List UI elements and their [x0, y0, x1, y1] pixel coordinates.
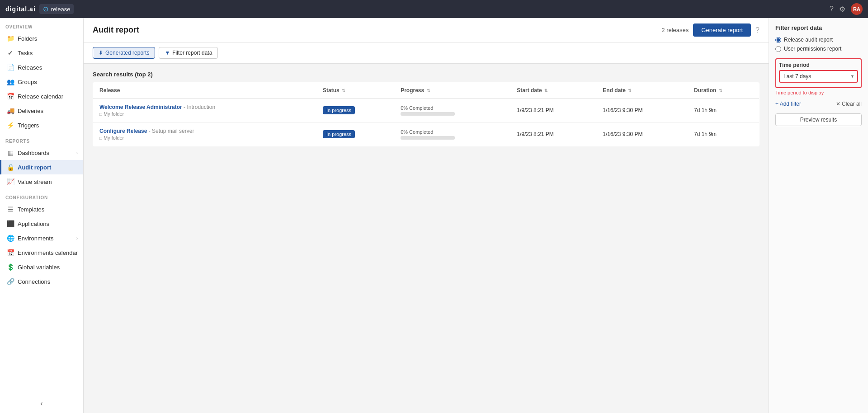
cell-release-name: Welcome Release Administrator - Introduc…	[93, 99, 317, 122]
page-help-icon[interactable]: ?	[755, 26, 760, 34]
folder-icon: □	[99, 136, 102, 141]
sidebar-item-release-calendar[interactable]: 📅 Release calendar	[0, 89, 83, 103]
sidebar-item-triggers[interactable]: ⚡ Triggers	[0, 118, 83, 132]
sidebar-item-label: Release calendar	[18, 93, 63, 100]
time-period-select-wrapper: Last 7 days Last 30 days Last 90 days Cu…	[779, 70, 858, 83]
sidebar-item-label: Environments	[18, 235, 53, 242]
radio-release-audit-label: Release audit report	[784, 37, 833, 43]
avatar[interactable]: RA	[851, 3, 863, 15]
add-filter-button[interactable]: + Add filter	[775, 101, 801, 107]
global-vars-icon: 💲	[7, 263, 14, 271]
radio-release-audit[interactable]: Release audit report	[775, 37, 862, 43]
brand-logo: digital.ai	[5, 5, 36, 13]
cell-progress: 0% Completed	[394, 122, 510, 146]
brand-area: digital.ai ⊙ release	[5, 4, 74, 14]
sidebar-item-tasks[interactable]: ✔ Tasks	[0, 46, 83, 60]
sidebar: OVERVIEW 📁 Folders ✔ Tasks 📄 Releases 👥 …	[0, 18, 84, 413]
sidebar-item-audit-report[interactable]: 🔒 Audit report	[0, 160, 83, 174]
sidebar-item-dashboards[interactable]: ▦ Dashboards ›	[0, 145, 83, 160]
search-results-label: Search results (top 2)	[93, 71, 760, 78]
dashboards-icon: ▦	[7, 149, 14, 156]
release-badge: ⊙ release	[39, 4, 74, 14]
filter-report-label: Filter report data	[172, 50, 212, 56]
sidebar-item-templates[interactable]: ☰ Templates	[0, 202, 83, 216]
col-end-date[interactable]: End date ⇅	[596, 83, 688, 99]
page-title: Audit report	[93, 25, 139, 35]
radio-user-permissions-input[interactable]	[775, 46, 781, 52]
radio-release-audit-input[interactable]	[775, 37, 781, 43]
col-release: Release	[93, 83, 317, 99]
sidebar-item-connections[interactable]: 🔗 Connections	[0, 274, 83, 289]
sidebar-collapse-btn[interactable]: ‹	[0, 398, 83, 409]
folder-label: □My folder	[99, 135, 310, 141]
col-status[interactable]: Status ⇅	[316, 83, 394, 99]
triggers-icon: ⚡	[7, 122, 14, 129]
deliveries-icon: 🚚	[7, 107, 14, 114]
sort-icon: ⇅	[427, 89, 430, 93]
cell-status: In progress	[316, 122, 394, 146]
sidebar-item-deliveries[interactable]: 🚚 Deliveries	[0, 103, 83, 118]
sidebar-item-value-stream[interactable]: 📈 Value stream	[0, 174, 83, 189]
sidebar-item-folders[interactable]: 📁 Folders	[0, 31, 83, 46]
time-period-box: Time period Last 7 days Last 30 days Las…	[775, 58, 862, 88]
page-header: Audit report 2 releases Generate report …	[84, 18, 769, 42]
cell-end-date: 1/16/23 9:30 PM	[596, 122, 688, 146]
configuration-section-label: CONFIGURATION	[0, 189, 83, 202]
settings-icon-btn[interactable]: ⚙	[839, 5, 845, 14]
releases-count: 2 releases	[661, 27, 689, 33]
reports-section-label: REPORTS	[0, 132, 83, 145]
sidebar-item-global-variables[interactable]: 💲 Global variables	[0, 260, 83, 274]
table-row: Welcome Release Administrator - Introduc…	[93, 99, 760, 122]
folders-icon: 📁	[7, 35, 14, 42]
help-icon-btn[interactable]: ?	[830, 5, 834, 13]
col-start-date[interactable]: Start date ⇅	[510, 83, 596, 99]
clear-all-button[interactable]: ✕ Clear all	[836, 101, 862, 107]
release-name-link[interactable]: Welcome Release Administrator	[99, 104, 182, 110]
filter-report-data-button[interactable]: ▼ Filter report data	[159, 47, 218, 59]
status-badge: In progress	[323, 106, 355, 114]
sub-toolbar: ⬇ Generated reports ▼ Filter report data	[84, 42, 769, 64]
progress-label: 0% Completed	[401, 105, 455, 111]
col-progress[interactable]: Progress ⇅	[394, 83, 510, 99]
sidebar-item-environments[interactable]: 🌐 Environments ›	[0, 231, 83, 245]
templates-icon: ☰	[7, 206, 14, 213]
page-header-right: 2 releases Generate report ?	[661, 23, 760, 37]
main-content: Search results (top 2) Release Status ⇅ …	[84, 64, 769, 413]
sidebar-item-label: Folders	[18, 35, 37, 42]
radio-user-permissions-label: User permissions report	[784, 46, 841, 52]
applications-icon: ⬛	[7, 220, 14, 227]
progress-bar-wrap: 0% Completed	[401, 129, 455, 140]
topnav-right: ? ⚙ RA	[830, 3, 863, 15]
sidebar-item-label: Releases	[18, 64, 42, 71]
status-badge: In progress	[323, 130, 355, 138]
generated-reports-button[interactable]: ⬇ Generated reports	[93, 47, 155, 59]
sort-icon: ⇅	[628, 89, 632, 93]
filter-icon: ▼	[165, 50, 170, 56]
release-name-link[interactable]: Configure Release	[99, 128, 147, 134]
sidebar-item-groups[interactable]: 👥 Groups	[0, 75, 83, 89]
environments-icon: 🌐	[7, 235, 14, 242]
sidebar-item-releases[interactable]: 📄 Releases	[0, 60, 83, 75]
table-row: Configure Release - Setup mail server □M…	[93, 122, 760, 146]
progress-bar-wrap: 0% Completed	[401, 105, 455, 116]
cell-release-name: Configure Release - Setup mail server □M…	[93, 122, 317, 146]
main-layout: OVERVIEW 📁 Folders ✔ Tasks 📄 Releases 👥 …	[0, 18, 868, 413]
generate-report-button[interactable]: Generate report	[693, 23, 751, 37]
product-label: release	[51, 6, 71, 13]
cell-status: In progress	[316, 99, 394, 122]
cell-end-date: 1/16/23 9:30 PM	[596, 99, 688, 122]
time-period-select[interactable]: Last 7 days Last 30 days Last 90 days Cu…	[779, 70, 858, 83]
chevron-right-icon: ›	[76, 150, 78, 155]
topnav: digital.ai ⊙ release ? ⚙ RA	[0, 0, 868, 18]
preview-results-button[interactable]: Preview results	[775, 113, 862, 126]
sidebar-item-label: Audit report	[18, 164, 51, 171]
sidebar-item-env-calendar[interactable]: 📅 Environments calendar	[0, 245, 83, 260]
sidebar-item-applications[interactable]: ⬛ Applications	[0, 216, 83, 231]
cell-progress: 0% Completed	[394, 99, 510, 122]
progress-bar-bg	[401, 112, 455, 116]
sidebar-item-label: Global variables	[18, 264, 60, 271]
sidebar-item-label: Groups	[18, 79, 37, 85]
calendar-icon: 📅	[7, 93, 14, 100]
col-duration[interactable]: Duration ⇅	[688, 83, 760, 99]
radio-user-permissions[interactable]: User permissions report	[775, 46, 862, 52]
